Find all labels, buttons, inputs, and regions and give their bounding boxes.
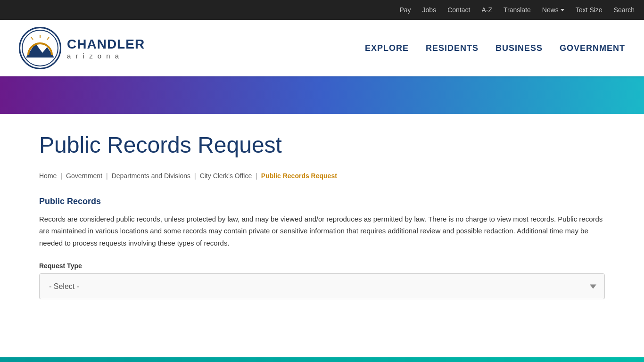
section-title: Public Records <box>39 197 605 206</box>
page-content: Public Records Request Home | Government… <box>16 114 628 328</box>
nav-government[interactable]: GOVERNMENT <box>560 43 625 53</box>
nav-residents[interactable]: RESIDENTS <box>426 43 479 53</box>
pay-link[interactable]: Pay <box>399 6 411 14</box>
search-link[interactable]: Search <box>614 6 635 14</box>
breadcrumb-sep-2: | <box>106 172 108 180</box>
breadcrumb: Home | Government | Departments and Divi… <box>39 172 605 180</box>
translate-link[interactable]: Translate <box>504 6 531 14</box>
breadcrumb-sep-1: | <box>60 172 62 180</box>
news-link[interactable]: News <box>542 6 564 14</box>
page-title: Public Records Request <box>39 133 605 158</box>
breadcrumb-current: Public Records Request <box>261 172 337 180</box>
request-type-wrapper: - Select - Police Records City Council R… <box>39 273 605 299</box>
breadcrumb-government[interactable]: Government <box>66 172 102 180</box>
breadcrumb-city-clerk[interactable]: City Clerk's Office <box>200 172 252 180</box>
nav-business[interactable]: BUSINESS <box>495 43 543 53</box>
az-link[interactable]: A-Z <box>481 6 492 14</box>
logo-text: CHANDLER a r i z o n a <box>67 37 145 60</box>
main-nav: EXPLORE RESIDENTS BUSINESS GOVERNMENT <box>365 43 625 53</box>
utility-bar: Pay Jobs Contact A-Z Translate News Text… <box>0 0 644 20</box>
logo-chandler-text: CHANDLER <box>67 37 145 52</box>
breadcrumb-sep-4: | <box>256 172 257 180</box>
hero-banner <box>0 76 644 114</box>
nav-explore[interactable]: EXPLORE <box>365 43 409 53</box>
main-header: CHANDLER a r i z o n a EXPLORE RESIDENTS… <box>0 20 644 76</box>
request-type-select[interactable]: - Select - Police Records City Council R… <box>39 273 605 299</box>
logo-container: CHANDLER a r i z o n a <box>19 27 145 69</box>
contact-link[interactable]: Contact <box>447 6 470 14</box>
jobs-link[interactable]: Jobs <box>422 6 437 14</box>
breadcrumb-sep-3: | <box>194 172 196 180</box>
breadcrumb-departments[interactable]: Departments and Divisions <box>112 172 190 180</box>
logo-image <box>21 29 59 67</box>
logo-circle <box>19 27 61 69</box>
breadcrumb-home[interactable]: Home <box>39 172 57 180</box>
section-body: Records are considered public records, u… <box>39 213 605 249</box>
request-type-label: Request Type <box>39 262 605 270</box>
text-size-link[interactable]: Text Size <box>576 6 603 14</box>
news-dropdown-chevron <box>561 9 564 11</box>
logo-arizona-text: a r i z o n a <box>67 52 145 60</box>
